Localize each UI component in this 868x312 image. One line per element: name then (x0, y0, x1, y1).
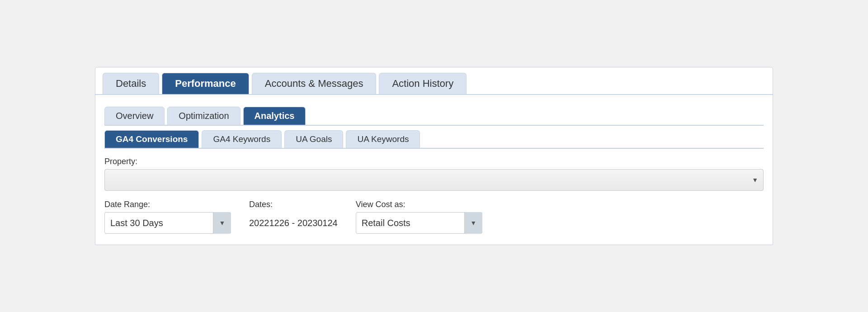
tab-overview[interactable]: Overview (104, 107, 165, 125)
dates-value: 20221226 - 20230124 (249, 212, 338, 234)
dates-group: Dates: 20221226 - 20230124 (249, 200, 338, 234)
tab-action-history[interactable]: Action History (379, 73, 467, 94)
tab-analytics[interactable]: Analytics (243, 107, 306, 125)
dates-label: Dates: (249, 200, 338, 209)
view-cost-group: View Cost as: Retail Costs Actual Costs … (356, 200, 482, 234)
tab-details[interactable]: Details (103, 73, 159, 94)
view-cost-label: View Cost as: (356, 200, 482, 209)
property-select-wrapper: ▼ (104, 169, 764, 191)
tab-performance[interactable]: Performance (162, 73, 249, 94)
secondary-tab-row: Overview Optimization Analytics (104, 102, 764, 126)
view-cost-select-wrapper: Retail Costs Actual Costs ▼ (356, 212, 482, 234)
controls-row: Date Range: Last 30 Days Last 7 Days Las… (104, 200, 764, 234)
view-cost-select[interactable]: Retail Costs Actual Costs (356, 212, 482, 234)
date-range-select[interactable]: Last 30 Days Last 7 Days Last 90 Days Cu… (104, 212, 231, 234)
tab-ga4-keywords[interactable]: GA4 Keywords (202, 130, 282, 148)
tertiary-tab-row: GA4 Conversions GA4 Keywords UA Goals UA… (104, 126, 764, 149)
content-area: Overview Optimization Analytics GA4 Conv… (95, 95, 773, 245)
form-section: Property: ▼ Date Range: Last 30 Days Las… (104, 149, 764, 234)
property-select[interactable] (104, 169, 764, 191)
tab-accounts-messages[interactable]: Accounts & Messages (252, 73, 377, 94)
primary-tab-row: Details Performance Accounts & Messages … (95, 67, 773, 95)
date-range-label: Date Range: (104, 200, 231, 209)
tab-ga4-conversions[interactable]: GA4 Conversions (104, 130, 199, 148)
tab-ua-keywords[interactable]: UA Keywords (346, 130, 420, 148)
date-range-select-wrapper: Last 30 Days Last 7 Days Last 90 Days Cu… (104, 212, 231, 234)
tab-optimization[interactable]: Optimization (167, 107, 240, 125)
tab-ua-goals[interactable]: UA Goals (284, 130, 343, 148)
date-range-group: Date Range: Last 30 Days Last 7 Days Las… (104, 200, 231, 234)
property-label: Property: (104, 157, 764, 166)
main-container: Details Performance Accounts & Messages … (95, 67, 773, 245)
